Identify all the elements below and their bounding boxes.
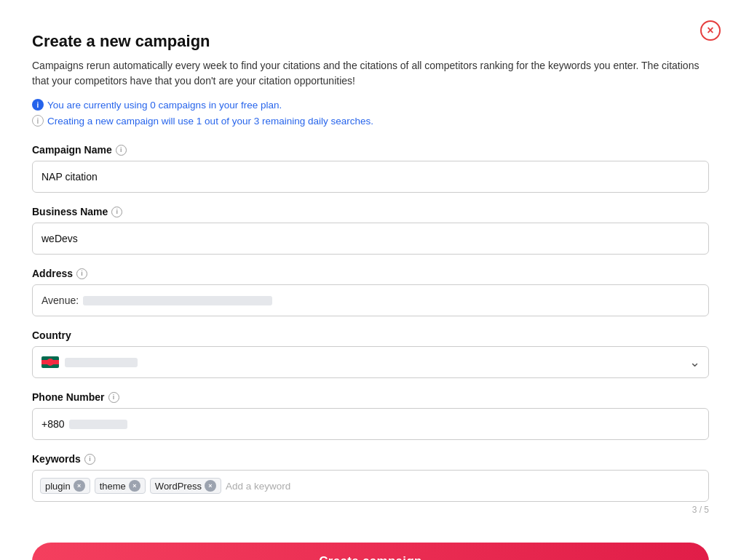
phone-info-icon: i (108, 392, 119, 403)
country-name-blurred (65, 358, 138, 367)
phone-input-wrapper: +880 (32, 408, 709, 440)
campaign-form: Campaign Name i Business Name i Address … (32, 144, 709, 560)
country-label: Country (32, 329, 709, 341)
country-flag-bd (41, 356, 59, 368)
keywords-field: Keywords i plugin × theme × WordPress × … (32, 453, 709, 515)
phone-prefix: +880 (41, 418, 65, 430)
business-name-info-icon: i (111, 207, 122, 217)
create-campaign-modal: × Create a new campaign Campaigns rerun … (15, 15, 726, 560)
address-label: Address i (32, 268, 709, 279)
info-gray-icon: i (32, 115, 44, 127)
keyword-text-plugin: plugin (45, 481, 71, 492)
business-name-label: Business Name i (32, 206, 709, 217)
campaign-name-label: Campaign Name i (32, 144, 709, 156)
address-info-icon: i (76, 268, 87, 279)
info-blue-icon: i (32, 99, 44, 111)
keywords-count: 3 / 5 (32, 505, 709, 515)
country-select-wrapper: ⌄ (32, 346, 709, 378)
plan-notice-line: i You are currently using 0 campaigns in… (32, 99, 709, 111)
search-notice-line: i Creating a new campaign will use 1 out… (32, 115, 709, 127)
keyword-tag-plugin: plugin × (40, 478, 90, 494)
keyword-tag-wordpress: WordPress × (150, 478, 221, 494)
keyword-remove-wordpress[interactable]: × (205, 480, 216, 492)
keyword-remove-theme[interactable]: × (129, 480, 140, 492)
phone-number-field: Phone Number i +880 (32, 391, 709, 440)
country-select[interactable] (32, 346, 709, 378)
phone-number-label: Phone Number i (32, 391, 709, 403)
phone-number-blurred (69, 420, 127, 429)
campaign-name-field: Campaign Name i (32, 144, 709, 193)
address-blurred-content (83, 296, 272, 305)
campaign-name-info-icon: i (116, 145, 127, 156)
keyword-tag-theme: theme × (95, 478, 146, 494)
modal-description: Campaigns rerun automatically every week… (32, 58, 709, 89)
address-field: Address i Avenue: (32, 268, 709, 316)
modal-title: Create a new campaign (32, 32, 709, 51)
plan-notice-text: You are currently using 0 campaigns in y… (47, 100, 282, 111)
keywords-info-icon: i (84, 454, 95, 465)
keyword-remove-plugin[interactable]: × (74, 480, 85, 492)
create-campaign-button[interactable]: Create campaign (32, 543, 709, 560)
campaign-name-input[interactable] (32, 161, 709, 193)
search-notice-text: Creating a new campaign will use 1 out o… (47, 116, 373, 127)
keyword-text-wordpress: WordPress (155, 481, 202, 492)
business-name-field: Business Name i (32, 206, 709, 255)
keywords-input-box[interactable]: plugin × theme × WordPress × Add a keywo… (32, 470, 709, 502)
keyword-add-placeholder: Add a keyword (226, 481, 290, 492)
address-input-wrapper: Avenue: (32, 284, 709, 316)
country-field: Country ⌄ (32, 329, 709, 378)
close-button[interactable]: × (700, 20, 721, 41)
keyword-text-theme: theme (100, 481, 126, 492)
address-prefix: Avenue: (41, 295, 79, 306)
keywords-label: Keywords i (32, 453, 709, 465)
business-name-input[interactable] (32, 223, 709, 255)
